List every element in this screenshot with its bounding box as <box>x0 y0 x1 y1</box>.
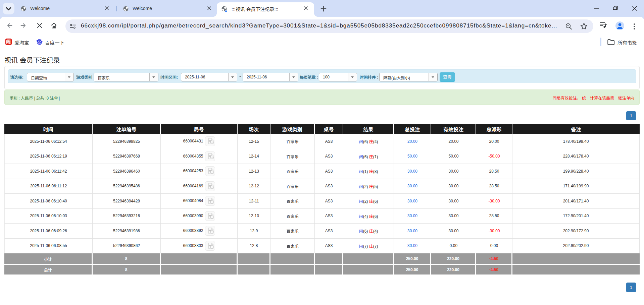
svg-text:du: du <box>38 42 41 45</box>
